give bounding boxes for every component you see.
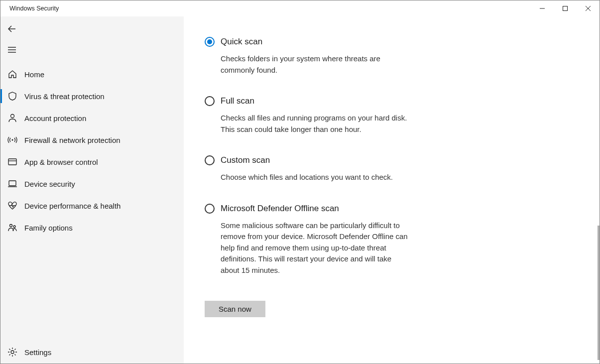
main-scroll-area[interactable]: Quick scan Checks folders in your system… — [184, 16, 600, 364]
svg-point-9 — [12, 139, 13, 141]
radio-icon[interactable] — [205, 155, 215, 165]
person-icon — [7, 113, 24, 123]
svg-rect-12 — [9, 181, 16, 186]
device-icon — [7, 179, 24, 189]
svg-point-14 — [10, 225, 12, 227]
scan-option-title: Custom scan — [221, 155, 424, 166]
heart-icon — [7, 201, 24, 211]
scan-option-texts: Custom scan Choose which files and locat… — [221, 155, 424, 183]
sidebar-item-label: App & browser control — [24, 158, 98, 166]
sidebar-item-device-security[interactable]: Device security — [0, 173, 184, 195]
svg-rect-1 — [563, 6, 568, 11]
sidebar-nav: Home Virus & threat protection Account p… — [0, 63, 184, 239]
svg-point-8 — [11, 115, 14, 118]
sidebar-item-label: Home — [24, 70, 44, 79]
sidebar-item-label: Device security — [24, 180, 75, 188]
minimize-icon — [540, 6, 545, 11]
radio-icon[interactable] — [205, 96, 215, 106]
svg-point-16 — [11, 351, 14, 354]
scan-now-button[interactable]: Scan now — [205, 301, 265, 317]
scan-option-texts: Microsoft Defender Offline scan Some mal… — [221, 203, 424, 276]
sidebar-item-account[interactable]: Account protection — [0, 107, 184, 129]
hamburger-button[interactable] — [0, 39, 184, 60]
scrollbar-thumb[interactable] — [598, 226, 600, 360]
svg-point-15 — [13, 226, 15, 228]
sidebar-item-label: Firewall & network protection — [24, 136, 120, 144]
sidebar-item-label: Family options — [24, 224, 73, 232]
svg-rect-10 — [8, 159, 16, 165]
sidebar: Home Virus & threat protection Account p… — [0, 16, 184, 364]
close-icon — [586, 6, 591, 11]
sidebar-item-home[interactable]: Home — [0, 63, 184, 85]
browser-icon — [7, 157, 24, 167]
scan-option-desc: Checks folders in your system where thre… — [221, 53, 410, 76]
sidebar-item-virus-threat[interactable]: Virus & threat protection — [0, 85, 184, 107]
sidebar-item-app-browser[interactable]: App & browser control — [0, 151, 184, 173]
scan-option-custom[interactable]: Custom scan Choose which files and locat… — [205, 155, 424, 183]
titlebar-controls — [531, 0, 600, 16]
scan-option-desc: Choose which files and locations you wan… — [221, 172, 410, 183]
family-icon — [7, 223, 24, 233]
scan-option-offline[interactable]: Microsoft Defender Offline scan Some mal… — [205, 203, 424, 276]
maximize-icon — [563, 6, 568, 11]
gear-icon — [7, 347, 24, 357]
scan-option-title: Quick scan — [221, 36, 424, 47]
sidebar-item-family[interactable]: Family options — [0, 217, 184, 239]
back-button[interactable] — [0, 18, 184, 39]
scan-option-texts: Full scan Checks all files and running p… — [221, 96, 424, 135]
scan-option-desc: Some malicious software can be particula… — [221, 220, 410, 276]
sidebar-item-settings[interactable]: Settings — [0, 341, 184, 364]
scan-option-texts: Quick scan Checks folders in your system… — [221, 36, 424, 76]
minimize-button[interactable] — [531, 0, 554, 16]
scan-option-desc: Checks all files and running programs on… — [221, 113, 410, 135]
scan-option-title: Full scan — [221, 96, 424, 107]
maximize-button[interactable] — [554, 0, 577, 16]
hamburger-icon — [7, 45, 16, 54]
home-icon — [7, 69, 24, 79]
sidebar-item-label: Settings — [24, 348, 51, 357]
window-title: Windows Security — [9, 5, 59, 12]
back-arrow-icon — [7, 24, 16, 33]
shield-icon — [7, 91, 24, 101]
sidebar-top-controls — [0, 18, 184, 60]
main-content: Quick scan Checks folders in your system… — [184, 16, 600, 364]
sidebar-item-label: Device performance & health — [24, 202, 120, 210]
sidebar-item-performance[interactable]: Device performance & health — [0, 195, 184, 217]
scan-option-quick[interactable]: Quick scan Checks folders in your system… — [205, 36, 424, 76]
scan-option-full[interactable]: Full scan Checks all files and running p… — [205, 96, 424, 135]
window: Windows Security — [0, 0, 600, 364]
radio-icon[interactable] — [205, 37, 215, 47]
sidebar-item-label: Virus & threat protection — [24, 92, 105, 101]
sidebar-item-label: Account protection — [24, 114, 86, 122]
close-button[interactable] — [577, 0, 600, 16]
radio-icon[interactable] — [205, 204, 215, 214]
titlebar: Windows Security — [0, 0, 600, 16]
window-body: Home Virus & threat protection Account p… — [0, 16, 600, 364]
scan-option-title: Microsoft Defender Offline scan — [221, 203, 424, 214]
sidebar-spacer — [0, 239, 184, 341]
signal-icon — [7, 135, 24, 145]
sidebar-item-firewall[interactable]: Firewall & network protection — [0, 129, 184, 151]
